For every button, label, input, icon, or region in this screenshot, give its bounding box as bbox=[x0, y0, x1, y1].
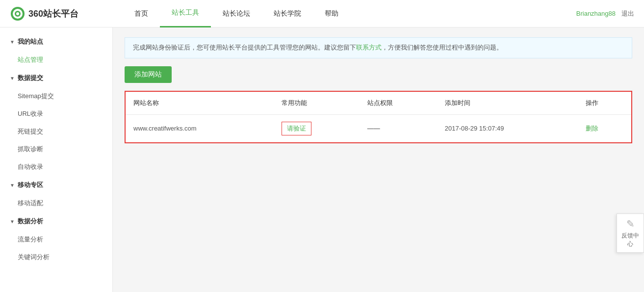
logo-area: 360站长平台 bbox=[10, 6, 123, 22]
sidebar-item-autoindex[interactable]: 自动收录 bbox=[0, 158, 112, 176]
site-permission: —— bbox=[360, 114, 437, 142]
sidebar-group-mobile-label: 移动专区 bbox=[18, 181, 43, 189]
table-row: www.creatifwerks.com 请验证 —— 2017-08-29 1… bbox=[126, 114, 631, 142]
nav-tools[interactable]: 站长工具 bbox=[160, 0, 211, 27]
site-action: 删除 bbox=[578, 114, 631, 142]
nav-academy[interactable]: 站长学院 bbox=[262, 0, 313, 27]
col-header-name: 网站名称 bbox=[126, 92, 274, 115]
sidebar-group-dataanalysis-label: 数据分析 bbox=[18, 217, 43, 226]
table-header-row: 网站名称 常用功能 站点权限 添加时间 操作 bbox=[126, 92, 631, 115]
verify-button[interactable]: 请验证 bbox=[282, 122, 311, 135]
sidebar: ▼ 我的站点 站点管理 ▼ 数据提交 Sitemap提交 URL收录 死链提交 … bbox=[0, 27, 113, 292]
feedback-button[interactable]: ✎ 反馈中心 bbox=[617, 213, 644, 253]
col-header-time: 添加时间 bbox=[437, 92, 578, 115]
chevron-down-icon-3: ▼ bbox=[10, 183, 15, 188]
sidebar-group-mysites-label: 我的站点 bbox=[18, 37, 43, 46]
sidebar-group-mobile[interactable]: ▼ 移动专区 bbox=[0, 176, 112, 194]
col-header-function: 常用功能 bbox=[274, 92, 360, 115]
nav-help[interactable]: 帮助 bbox=[313, 0, 350, 27]
svg-point-3 bbox=[16, 12, 19, 15]
sidebar-item-deadlink[interactable]: 死链提交 bbox=[0, 123, 112, 140]
logo-text: 360站长平台 bbox=[28, 8, 78, 20]
site-table: 网站名称 常用功能 站点权限 添加时间 操作 www.creatifwerks.… bbox=[126, 92, 631, 142]
sidebar-group-datasubmit-label: 数据提交 bbox=[18, 74, 43, 82]
chevron-down-icon-4: ▼ bbox=[10, 219, 15, 224]
permission-dash: —— bbox=[367, 125, 380, 132]
notice-bar: 完成网站身份验证后，您可使用站长平台提供的工具管理您的网站。建议您留下联系方式，… bbox=[125, 37, 632, 58]
sidebar-item-crawl[interactable]: 抓取诊断 bbox=[0, 140, 112, 158]
add-site-button[interactable]: 添加网站 bbox=[125, 66, 172, 83]
notice-suffix: ，方便我们解答您使用过程中遇到的问题。 bbox=[382, 44, 503, 51]
col-header-action: 操作 bbox=[578, 92, 631, 115]
sidebar-item-sitemap[interactable]: Sitemap提交 bbox=[0, 87, 112, 105]
sidebar-item-mobilefit[interactable]: 移动适配 bbox=[0, 194, 112, 212]
sidebar-item-url[interactable]: URL收录 bbox=[0, 105, 112, 123]
user-area: Brianzhang88 退出 bbox=[576, 9, 634, 18]
nav-area: 首页 站长工具 站长论坛 站长学院 帮助 bbox=[123, 0, 576, 27]
logout-button[interactable]: 退出 bbox=[621, 9, 634, 18]
content-area: 完成网站身份验证后，您可使用站长平台提供的工具管理您的网站。建议您留下联系方式，… bbox=[113, 27, 644, 292]
nav-home[interactable]: 首页 bbox=[123, 0, 160, 27]
username[interactable]: Brianzhang88 bbox=[576, 10, 616, 17]
feedback-label: 反馈中心 bbox=[621, 232, 639, 247]
sidebar-item-traffic[interactable]: 流量分析 bbox=[0, 231, 112, 248]
site-time: 2017-08-29 15:07:49 bbox=[437, 114, 578, 142]
header: 360站长平台 首页 站长工具 站长论坛 站长学院 帮助 Brianzhang8… bbox=[0, 0, 644, 27]
feedback-icon: ✎ bbox=[619, 218, 642, 230]
chevron-down-icon-2: ▼ bbox=[10, 76, 15, 81]
chevron-down-icon: ▼ bbox=[10, 39, 15, 45]
logo-icon bbox=[10, 6, 26, 22]
main-layout: ▼ 我的站点 站点管理 ▼ 数据提交 Sitemap提交 URL收录 死链提交 … bbox=[0, 27, 644, 292]
sidebar-group-mysites[interactable]: ▼ 我的站点 bbox=[0, 32, 112, 51]
sidebar-item-sitemanage[interactable]: 站点管理 bbox=[0, 51, 112, 69]
delete-link[interactable]: 删除 bbox=[586, 125, 598, 132]
sidebar-group-dataanalysis[interactable]: ▼ 数据分析 bbox=[0, 212, 112, 231]
nav-forum[interactable]: 站长论坛 bbox=[211, 0, 262, 27]
sidebar-item-keywords[interactable]: 关键词分析 bbox=[0, 248, 112, 266]
col-header-permission: 站点权限 bbox=[360, 92, 437, 115]
notice-link[interactable]: 联系方式 bbox=[356, 44, 382, 51]
sidebar-group-datasubmit[interactable]: ▼ 数据提交 bbox=[0, 69, 112, 87]
site-name: www.creatifwerks.com bbox=[126, 114, 274, 142]
site-table-container: 网站名称 常用功能 站点权限 添加时间 操作 www.creatifwerks.… bbox=[125, 91, 632, 143]
notice-text: 完成网站身份验证后，您可使用站长平台提供的工具管理您的网站。建议您留下 bbox=[133, 44, 356, 51]
site-function: 请验证 bbox=[274, 114, 360, 142]
